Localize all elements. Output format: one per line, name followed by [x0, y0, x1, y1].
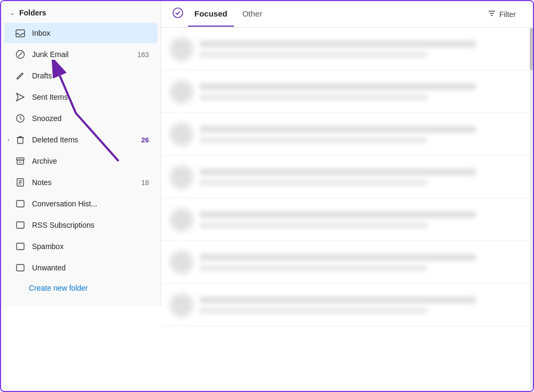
conversation-hist-label: Conversation Hist... [32, 199, 149, 208]
sidebar-item-notes[interactable]: Notes 18 [4, 172, 158, 193]
deleted-items-badge: 26 [142, 136, 149, 144]
email-item[interactable] [161, 70, 533, 113]
inbox-label: Inbox [32, 29, 149, 37]
email-content [200, 126, 524, 143]
inbox-icon [15, 28, 26, 38]
email-content [200, 169, 524, 186]
junk-email-label: Junk Email [32, 50, 131, 59]
sidebar-item-spambox[interactable]: Spambox [4, 236, 158, 257]
sent-items-label: Sent Items [32, 93, 149, 101]
avatar [170, 123, 193, 146]
svg-rect-4 [18, 138, 23, 143]
email-subject-line [200, 94, 427, 100]
email-item[interactable] [161, 284, 533, 326]
spambox-icon [15, 242, 26, 251]
tab-focused[interactable]: Focused [188, 2, 234, 27]
filter-button[interactable]: Filter [481, 6, 522, 22]
email-sender-line [200, 211, 476, 218]
email-content [200, 297, 524, 314]
email-subject-line [200, 180, 427, 186]
junk-icon [15, 50, 26, 59]
sidebar-item-archive[interactable]: Archive [4, 151, 158, 171]
email-sender-line [200, 126, 476, 133]
email-content [200, 254, 524, 271]
email-item[interactable] [161, 198, 533, 241]
sidebar-item-deleted-items[interactable]: › Deleted Items 26 [4, 130, 158, 150]
check-circle-icon [172, 7, 184, 21]
main-content: Focused Other Filter [161, 1, 533, 391]
create-new-folder-link[interactable]: Create new folder [1, 278, 161, 298]
email-list[interactable] [161, 28, 533, 391]
email-subject-line [200, 222, 427, 228]
deleted-expand-icon[interactable]: › [7, 137, 10, 143]
rss-subscriptions-label: RSS Subscriptions [32, 221, 149, 229]
folders-title: Folders [19, 9, 46, 17]
sidebar: ⌄ Folders Inbox [1, 1, 161, 306]
svg-rect-11 [17, 265, 24, 271]
email-item[interactable] [161, 156, 533, 198]
avatar [170, 165, 193, 189]
email-subject-line [200, 137, 427, 143]
sidebar-item-drafts[interactable]: Drafts [4, 66, 158, 86]
email-item[interactable] [161, 241, 533, 284]
deleted-icon [15, 135, 26, 145]
unwanted-icon [15, 263, 26, 273]
email-subject-line [200, 308, 427, 314]
svg-rect-10 [17, 243, 24, 250]
email-sender-line [200, 297, 476, 303]
email-sender-line [200, 254, 476, 261]
svg-rect-8 [17, 201, 24, 207]
unwanted-label: Unwanted [32, 263, 149, 272]
deleted-items-label: Deleted Items [32, 135, 135, 144]
avatar [170, 293, 193, 317]
sidebar-item-snoozed[interactable]: Snoozed [4, 108, 158, 129]
snoozed-label: Snoozed [32, 114, 149, 123]
archive-icon [15, 156, 26, 166]
email-sender-line [200, 41, 476, 47]
tab-bar: Focused Other Filter [161, 1, 533, 28]
email-sender-line [200, 169, 476, 175]
junk-email-badge: 163 [137, 51, 149, 59]
avatar [170, 251, 193, 274]
sent-icon [15, 92, 26, 102]
sidebar-item-inbox[interactable]: Inbox [4, 23, 158, 43]
folders-header[interactable]: ⌄ Folders [1, 1, 161, 22]
email-content [200, 211, 524, 228]
drafts-icon [15, 71, 26, 81]
email-subject-line [200, 52, 427, 58]
sidebar-item-unwanted[interactable]: Unwanted [4, 258, 158, 278]
sidebar-item-conversation-hist[interactable]: Conversation Hist... [4, 194, 158, 214]
sidebar-item-rss-subscriptions[interactable]: RSS Subscriptions [4, 215, 158, 235]
email-content [200, 83, 524, 100]
conversation-hist-icon [15, 199, 26, 209]
tab-other[interactable]: Other [236, 2, 269, 27]
chevron-down-icon: ⌄ [10, 9, 15, 17]
email-content [200, 41, 524, 58]
filter-icon [488, 9, 496, 19]
notes-badge: 18 [142, 179, 149, 187]
avatar [170, 80, 193, 103]
drafts-label: Drafts [32, 71, 149, 80]
filter-label: Filter [499, 10, 516, 19]
snoozed-icon [15, 114, 26, 123]
email-subject-line [200, 265, 427, 271]
svg-point-13 [173, 8, 183, 18]
rss-subscriptions-icon [15, 220, 26, 230]
notes-icon [15, 178, 26, 187]
svg-rect-9 [17, 222, 24, 228]
avatar [170, 208, 193, 231]
spambox-label: Spambox [32, 242, 149, 251]
email-item[interactable] [161, 113, 533, 156]
notes-label: Notes [32, 178, 135, 187]
email-sender-line [200, 83, 476, 90]
email-item[interactable] [161, 28, 533, 70]
sidebar-item-sent-items[interactable]: Sent Items [4, 87, 158, 107]
svg-marker-2 [17, 93, 24, 101]
sidebar-item-junk-email[interactable]: Junk Email 163 [4, 44, 158, 65]
avatar [170, 37, 193, 61]
archive-label: Archive [32, 157, 149, 165]
